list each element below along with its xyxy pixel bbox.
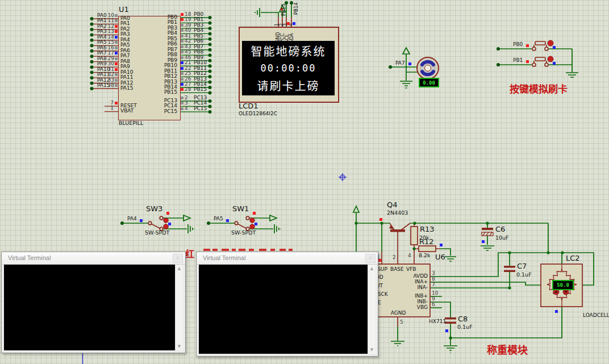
u1-pin-name: PA15 <box>120 85 133 91</box>
clipped-red-text-top <box>259 249 266 251</box>
clipped-red-text: 红 <box>185 246 194 260</box>
terminal-dot <box>208 37 212 41</box>
scroll-down-icon[interactable]: ▼ <box>368 346 376 353</box>
lcd-scl-net-label: PB15 <box>281 0 286 16</box>
close-icon[interactable]: x <box>365 254 376 263</box>
indicator-square <box>526 44 529 47</box>
indicator-square <box>181 61 183 64</box>
terminal-scrollbar[interactable]: ▲ ▼ <box>175 265 183 350</box>
weigh-wiring <box>353 206 594 353</box>
capacitor-c8[interactable] <box>445 317 456 324</box>
indicator-square <box>115 102 118 104</box>
capacitor-c7[interactable] <box>504 266 515 272</box>
indicator-square <box>293 22 295 25</box>
close-icon[interactable]: x <box>173 254 183 263</box>
switch-actuator-down[interactable] <box>250 224 255 229</box>
terminal-screen[interactable]: ▲ ▼ <box>4 265 183 350</box>
u6-pin-number: 9 <box>432 296 435 302</box>
indicator-square <box>115 79 118 82</box>
switch-actuator-down[interactable] <box>164 224 168 229</box>
resistor-r12[interactable] <box>419 246 436 252</box>
clipped-red-text-top <box>222 249 229 251</box>
u6-pin-number: 8 <box>432 276 435 282</box>
terminal-dot <box>90 33 94 36</box>
terminal-dot <box>208 27 212 30</box>
q4-ref: Q4 <box>387 201 398 209</box>
terminal-dot <box>90 87 94 90</box>
lcd-pin-sda: SDA <box>289 28 294 43</box>
indicator-square <box>445 329 448 332</box>
indicator-square <box>181 67 183 70</box>
indicator-square <box>181 78 183 81</box>
terminal-dot <box>90 39 94 42</box>
terminal-title-bar[interactable]: Virtual Terminal x <box>197 252 378 265</box>
indicator-square <box>526 60 529 63</box>
terminal-title-bar[interactable]: Virtual Terminal x <box>2 252 185 265</box>
button-actuator[interactable] <box>548 40 553 46</box>
u1-net-label: PB15 <box>194 86 207 92</box>
pa4-net-label: PA4 <box>127 216 137 221</box>
indicator-square <box>181 45 183 48</box>
lcd-sda-net-label: PB14 <box>293 0 299 15</box>
terminal-dot <box>90 65 94 69</box>
indicator-square <box>166 212 169 215</box>
scroll-up-icon[interactable]: ▲ <box>176 265 183 272</box>
r12-ref: R12 <box>419 238 434 246</box>
card-module-caption: 按键模拟刷卡 <box>510 81 568 95</box>
switch-actuator-up[interactable] <box>250 218 255 223</box>
switch-actuator-up[interactable] <box>164 218 168 223</box>
sw3-ref: SW3 <box>146 205 162 213</box>
u6-agnd-label: AGND <box>390 310 406 316</box>
c6-ref: C6 <box>495 225 505 233</box>
terminal-dot <box>208 86 212 89</box>
terminal-scrollbar[interactable]: ▲ ▼ <box>368 265 376 354</box>
terminal-dot <box>208 64 212 68</box>
terminal-dot <box>208 70 212 73</box>
terminal-title: Virtual Terminal <box>8 254 51 261</box>
indicator-square <box>115 19 118 22</box>
pb1-net-label: PB1 <box>513 57 523 63</box>
u6-pin-name: VBG <box>404 304 428 310</box>
indicator-square <box>115 36 118 39</box>
indicator-square <box>115 30 118 33</box>
virtual-terminal-window-2[interactable]: Virtual Terminal x ▲ ▼ <box>196 252 378 357</box>
u1-pin-number: 28 <box>185 86 191 92</box>
u6-pin-number: 4 <box>408 253 411 258</box>
terminal-dot <box>90 55 94 58</box>
indicator-square <box>253 212 256 215</box>
indicator-square <box>181 72 183 75</box>
indicator-square <box>181 56 183 59</box>
indicator-square <box>115 62 118 65</box>
indicator-square <box>181 88 183 91</box>
indicator-square <box>115 84 118 87</box>
indicator-square <box>115 52 118 55</box>
lc2-ref: LC2 <box>566 254 580 262</box>
indicator-square <box>482 240 485 243</box>
card-buttons-wiring <box>497 40 578 77</box>
c6-value: 10uF <box>495 235 509 241</box>
indicator-square <box>287 22 290 25</box>
weigh-module-caption: 称重模块 <box>487 342 528 357</box>
u1-pin-name: PB15 <box>147 89 177 95</box>
resistor-r13[interactable] <box>411 227 418 245</box>
scroll-up-icon[interactable]: ▲ <box>368 265 376 272</box>
u6-pin-name: BASE <box>390 266 404 272</box>
transistor-q4[interactable] <box>389 223 410 232</box>
indicator-square <box>255 223 257 225</box>
scroll-down-icon[interactable]: ▼ <box>176 343 183 350</box>
terminal-dot <box>90 71 94 74</box>
terminal-dot <box>208 91 212 94</box>
u1-net-label: PC15 <box>194 106 207 111</box>
virtual-terminal-window-1[interactable]: Virtual Terminal x ▲ ▼ <box>1 252 186 353</box>
terminal-dot <box>208 48 212 52</box>
oled-line3: 请刷卡上磅 <box>257 77 320 94</box>
indicator-square <box>181 29 183 32</box>
button-actuator[interactable] <box>548 56 553 62</box>
terminal-dot <box>90 22 94 26</box>
terminal-dot <box>90 82 94 85</box>
capacitor-c6[interactable] <box>482 228 493 236</box>
terminal-screen[interactable]: ▲ ▼ <box>199 265 376 354</box>
clipped-red-text-top <box>280 249 286 251</box>
lcd1-ref: LCD1 <box>239 102 258 110</box>
u6-pin-number: 3 <box>432 270 435 276</box>
